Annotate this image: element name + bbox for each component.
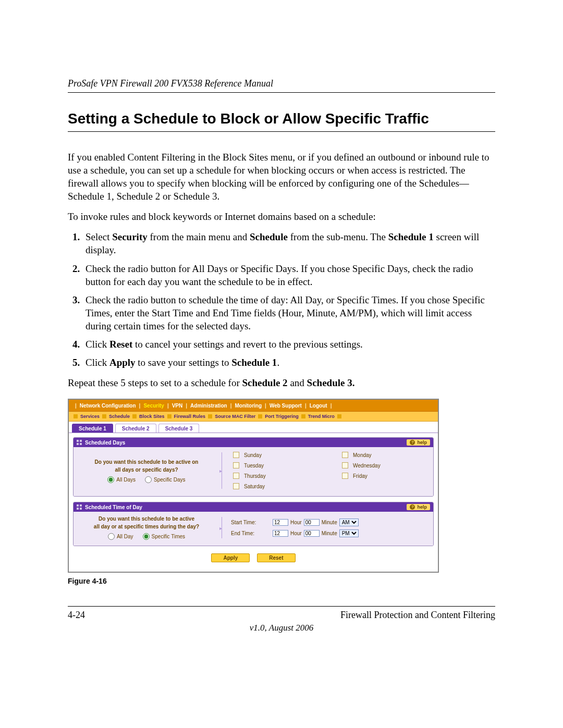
- submenu-bullet-icon: [167, 414, 172, 418]
- submenu-bullet-icon: [208, 414, 212, 418]
- schedule-tabs: Schedule 1 Schedule 2 Schedule 3: [69, 422, 438, 433]
- minute-label: Minute: [322, 520, 337, 525]
- start-minute-input[interactable]: [304, 519, 320, 526]
- checkbox-sunday-input[interactable]: [233, 452, 239, 458]
- checkbox-wednesday[interactable]: Wednesday: [340, 461, 428, 470]
- repeat-bold-schedule3: Schedule 3.: [307, 377, 355, 388]
- panel-scheduled-days: Scheduled Days help Do you want this sch…: [73, 437, 434, 497]
- panel-time-title-text: Scheduled Time of Day: [85, 504, 142, 510]
- tab-schedule-2[interactable]: Schedule 2: [115, 424, 156, 433]
- checkbox-monday-label: Monday: [353, 452, 372, 458]
- tab-schedule-3[interactable]: Schedule 3: [158, 424, 200, 433]
- menu-security[interactable]: Security: [143, 403, 164, 409]
- submenu-schedule[interactable]: Schedule: [109, 414, 130, 419]
- checkbox-saturday-input[interactable]: [233, 483, 239, 489]
- checkbox-friday-label: Friday: [353, 473, 368, 479]
- submenu-trend-micro[interactable]: Trend Micro: [308, 414, 335, 419]
- radio-all-day-input[interactable]: [108, 533, 115, 540]
- help-link[interactable]: help: [407, 504, 430, 510]
- menu-sep-icon: |: [227, 403, 235, 409]
- radio-specific-times-label: Specific Times: [152, 533, 185, 540]
- radio-specific-days-label: Specific Days: [154, 476, 186, 484]
- repeat-text: Repeat these 5 steps to set to a schedul…: [68, 377, 242, 388]
- apply-button[interactable]: Apply: [211, 553, 250, 562]
- checkbox-wednesday-label: Wednesday: [353, 463, 381, 468]
- days-prompt: Do you want this schedule to be active o…: [79, 458, 214, 484]
- tab-schedule-1[interactable]: Schedule 1: [72, 424, 113, 433]
- menu-administration[interactable]: Administration: [190, 403, 227, 409]
- help-link[interactable]: help: [407, 439, 430, 446]
- checkbox-saturday[interactable]: Saturday: [231, 482, 319, 491]
- checkbox-thursday-label: Thursday: [244, 473, 266, 479]
- start-ampm-select[interactable]: AM: [339, 519, 359, 526]
- radio-all-day[interactable]: All Day: [108, 533, 133, 540]
- menu-logout[interactable]: Logout: [310, 403, 327, 409]
- radio-specific-days[interactable]: Specific Days: [145, 476, 186, 484]
- step-5-text2: to save your settings to: [136, 357, 232, 368]
- time-prompt: Do you want this schedule to be active a…: [79, 515, 214, 540]
- submenu-block-sites[interactable]: Block Sites: [139, 414, 165, 419]
- end-minute-input[interactable]: [304, 530, 320, 537]
- submenu-port-triggering[interactable]: Port Triggering: [265, 414, 299, 419]
- main-menu: | Network Configuration | Security | VPN…: [69, 400, 438, 412]
- step-4: Click Reset to cancel your settings and …: [82, 338, 495, 351]
- brace-icon: [219, 515, 226, 540]
- step-4-bold-reset: Reset: [109, 339, 132, 350]
- step-1-bold-schedule: Schedule: [250, 231, 288, 242]
- end-time-label: End Time:: [231, 530, 273, 536]
- menu-vpn[interactable]: VPN: [172, 403, 183, 409]
- submenu-firewall-rules[interactable]: Firewall Rules: [174, 414, 206, 419]
- step-2: Check the radio button for All Days or S…: [82, 262, 495, 288]
- step-1-text: Select: [85, 231, 112, 242]
- checkbox-monday-input[interactable]: [342, 452, 348, 458]
- submenu-source-mac-filter[interactable]: Source MAC Filter: [215, 414, 255, 419]
- checkbox-sunday-label: Sunday: [244, 452, 262, 458]
- step-1-bold-security: Security: [112, 231, 148, 242]
- checkbox-thursday[interactable]: Thursday: [231, 471, 319, 480]
- repeat-bold-schedule2: Schedule 2: [242, 377, 288, 388]
- checkbox-thursday-input[interactable]: [233, 473, 239, 479]
- grid-icon: [77, 504, 82, 510]
- submenu-bullet-icon: [102, 414, 106, 418]
- checkbox-monday[interactable]: Monday: [340, 450, 428, 460]
- menu-monitoring[interactable]: Monitoring: [235, 403, 262, 409]
- step-5-text3: .: [277, 357, 279, 368]
- radio-specific-times[interactable]: Specific Times: [143, 533, 185, 540]
- radio-all-days-input[interactable]: [107, 476, 114, 483]
- reset-button[interactable]: Reset: [257, 553, 295, 562]
- menu-sep-icon: |: [262, 403, 270, 409]
- radio-all-days[interactable]: All Days: [107, 476, 136, 484]
- checkbox-friday[interactable]: Friday: [340, 471, 428, 480]
- menu-sep-icon: |: [72, 403, 80, 409]
- menu-sep-icon: |: [302, 403, 310, 409]
- step-5: Click Apply to save your settings to Sch…: [82, 356, 495, 369]
- step-1-text3: from the sub-menu. The: [288, 231, 388, 242]
- brace-icon: [219, 450, 226, 491]
- end-hour-input[interactable]: [273, 530, 288, 537]
- checkbox-friday-input[interactable]: [342, 473, 348, 479]
- ui-screenshot: | Network Configuration | Security | VPN…: [68, 399, 439, 573]
- checkbox-tuesday-input[interactable]: [233, 462, 239, 468]
- submenu-services[interactable]: Services: [80, 414, 100, 419]
- menu-network-configuration[interactable]: Network Configuration: [80, 403, 136, 409]
- days-prompt-line1: Do you want this schedule to be active o…: [79, 458, 214, 466]
- section-title: Setting a Schedule to Block or Allow Spe…: [68, 110, 495, 132]
- checkbox-tuesday[interactable]: Tuesday: [231, 461, 319, 470]
- steps-list: Select Security from the main menu and S…: [68, 230, 495, 369]
- submenu-bullet-icon: [337, 414, 341, 418]
- day-checkbox-grid: Sunday Monday Tuesday Wednesday Thursday…: [231, 450, 428, 491]
- checkbox-tuesday-label: Tuesday: [244, 463, 264, 468]
- radio-specific-days-input[interactable]: [145, 476, 152, 483]
- menu-web-support[interactable]: Web Support: [270, 403, 302, 409]
- start-time-label: Start Time:: [231, 520, 273, 525]
- radio-specific-times-input[interactable]: [143, 533, 150, 540]
- submenu-bullet-icon: [74, 414, 78, 418]
- checkbox-sunday[interactable]: Sunday: [231, 450, 319, 460]
- page-number: 4-24: [68, 610, 85, 621]
- checkbox-wednesday-input[interactable]: [342, 462, 348, 468]
- step-1: Select Security from the main menu and S…: [82, 230, 495, 256]
- intro-paragraph-1: If you enabled Content Filtering in the …: [68, 151, 495, 203]
- radio-all-day-label: All Day: [117, 533, 133, 540]
- end-ampm-select[interactable]: PM: [339, 529, 359, 537]
- start-hour-input[interactable]: [273, 519, 288, 526]
